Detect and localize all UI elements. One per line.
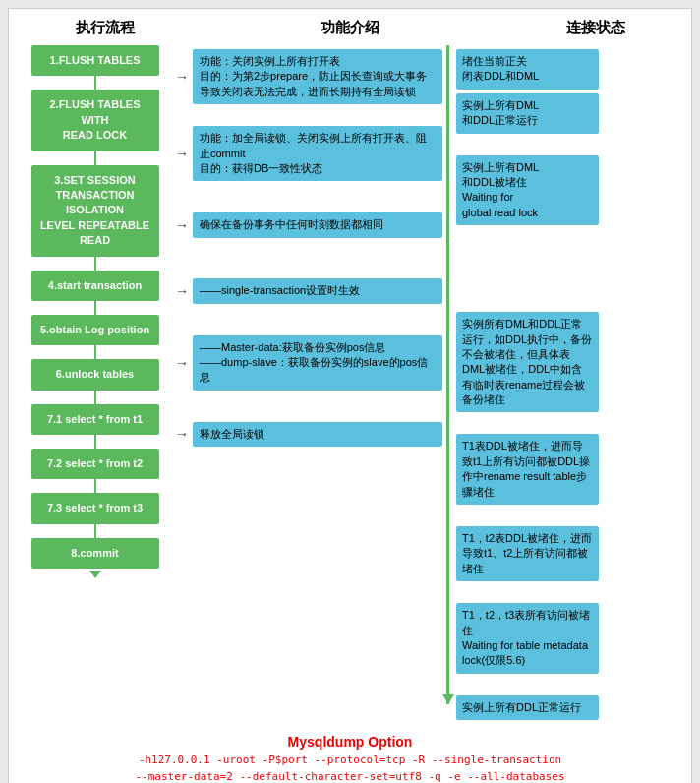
step-mid-step7_3 bbox=[171, 606, 446, 658]
right-box-step8: 实例上所有DDL正常运行 bbox=[456, 695, 599, 720]
right-box-step7_3: T1，t2，t3表所有访问被堵住 Waiting for table metad… bbox=[456, 603, 599, 674]
right-spacer-step7_2 bbox=[446, 585, 599, 599]
footer: Mysqldump Option -h127.0.0.1 -uroot -P$p… bbox=[19, 734, 681, 783]
right-box2-step1: 实例上所有DML 和DDL正常运行 bbox=[456, 93, 599, 134]
step-mid-step6: →释放全局读锁 bbox=[171, 408, 446, 460]
step-left-step7_2: 7.2 select * from t2 bbox=[31, 449, 159, 479]
vline-step4 bbox=[94, 301, 96, 315]
step-right-step3 bbox=[446, 243, 599, 251]
main-container: 执行流程 功能介绍 连接状态 1.FLUSH TABLES2.FLUSH TAB… bbox=[8, 8, 692, 783]
header-col1: 执行流程 bbox=[29, 19, 181, 37]
footer-cmd: -h127.0.0.1 -uroot -P$port --protocol=tc… bbox=[19, 753, 681, 783]
mid-spacer-step5 bbox=[171, 394, 446, 408]
header-col2: 功能介绍 bbox=[212, 19, 488, 37]
right-spacer-step7_3 bbox=[446, 678, 599, 692]
step-right-step7_2: T1，t2表DDL被堵住，进而导致t1、t2上所有访问都被堵住 bbox=[446, 522, 599, 585]
right-box-step2: 实例上所有DML 和DDL被堵住 Waiting for global read… bbox=[456, 155, 599, 226]
mid-spacer-step6 bbox=[171, 460, 446, 474]
flow-container: 1.FLUSH TABLES2.FLUSH TABLES WITH READ L… bbox=[19, 45, 681, 724]
step-right-step5 bbox=[446, 286, 599, 294]
step-mid-step4: →——single-transaction设置时生效 bbox=[171, 265, 446, 317]
step-right-step4 bbox=[446, 265, 599, 272]
mid-box-step5: ——Master-data:获取备份实例pos信息 ——dump-slave：获… bbox=[193, 335, 442, 391]
step-left-step5: 5.obtain Log position bbox=[31, 315, 159, 345]
footer-title: Mysqldump Option bbox=[19, 734, 681, 750]
right-spacer-step3 bbox=[446, 251, 599, 265]
step-right-step1: 堵住当前正关 闭表DDL和DML实例上所有DML 和DDL正常运行 bbox=[446, 45, 599, 138]
right-spacer-step6 bbox=[446, 416, 599, 430]
mid-spacer-step1 bbox=[171, 108, 446, 122]
step-left-step6: 6.unlock tables bbox=[31, 359, 159, 390]
step-left-step1: 1.FLUSH TABLES bbox=[31, 45, 159, 76]
step-mid-step3: →确保在备份事务中任何时刻数据都相同 bbox=[171, 199, 446, 251]
step-mid-step1: →功能：关闭实例上所有打开表 目的：为第2步prepare，防止因长查询或大事务… bbox=[171, 45, 446, 108]
vline-step3 bbox=[94, 257, 96, 271]
step-right-step6: 实例所有DML和DDL正常运行，如DDL执行中，备份不会被堵住，但具体表DML被… bbox=[446, 308, 599, 416]
step-left-step7_1: 7.1 select * from t1 bbox=[31, 404, 159, 435]
step-right-step2: 实例上所有DML 和DDL被堵住 Waiting for global read… bbox=[446, 151, 599, 230]
right-bottom-arrow bbox=[442, 694, 454, 704]
mid-spacer-step7_1 bbox=[171, 526, 446, 540]
arrow-icon-step1: → bbox=[175, 69, 189, 85]
right-box-step6: 实例所有DML和DDL正常运行，如DDL执行中，备份不会被堵住，但具体表DML被… bbox=[456, 312, 599, 412]
right-spacer-step5 bbox=[446, 294, 599, 308]
step-right-step7_1: T1表DDL被堵住，进而导致t1上所有访问都被DDL操作中rename resu… bbox=[446, 430, 599, 509]
arrow-icon-step4: → bbox=[175, 283, 189, 299]
mid-col: →功能：关闭实例上所有打开表 目的：为第2步prepare，防止因长查询或大事务… bbox=[171, 45, 446, 724]
step-right-step7_3: T1，t2，t3表所有访问被堵住 Waiting for table metad… bbox=[446, 599, 599, 678]
step-mid-step2: →功能：加全局读锁、关闭实例上所有打开表、阻 止commit 目的：获得DB一致… bbox=[171, 122, 446, 185]
arrow-icon-step3: → bbox=[175, 217, 189, 233]
right-spacer-step1 bbox=[446, 138, 599, 151]
arrow-icon-step6: → bbox=[175, 426, 189, 442]
left-col: 1.FLUSH TABLES2.FLUSH TABLES WITH READ L… bbox=[19, 45, 171, 724]
vline-step2 bbox=[94, 151, 96, 165]
vline-step7_2 bbox=[94, 479, 96, 493]
right-spacer-step4 bbox=[446, 272, 599, 286]
right-spacer-step2 bbox=[446, 229, 599, 243]
mid-spacer-step7_2 bbox=[171, 592, 446, 606]
step-right-step8: 实例上所有DDL正常运行 bbox=[446, 692, 599, 724]
step-mid-step7_2 bbox=[171, 540, 446, 592]
mid-spacer-step2 bbox=[171, 185, 446, 199]
right-box-step1: 堵住当前正关 闭表DDL和DML bbox=[456, 49, 599, 90]
vline-step1 bbox=[94, 76, 96, 90]
step-left-step2: 2.FLUSH TABLES WITH READ LOCK bbox=[31, 90, 159, 151]
right-box-step7_1: T1表DDL被堵住，进而导致t1上所有访问都被DDL操作中rename resu… bbox=[456, 434, 599, 505]
mid-box-step6: 释放全局读锁 bbox=[193, 422, 442, 447]
vline-step7_3 bbox=[94, 524, 96, 538]
arrow-icon-step5: → bbox=[175, 355, 189, 371]
vline-step7_1 bbox=[94, 435, 96, 449]
final-arrow bbox=[89, 571, 101, 578]
step-mid-step7_1 bbox=[171, 474, 446, 526]
step-left-step8: 8.commit bbox=[31, 538, 159, 569]
step-mid-step8 bbox=[171, 672, 446, 724]
step-left-step7_3: 7.3 select * from t3 bbox=[31, 493, 159, 523]
vline-step5 bbox=[94, 345, 96, 359]
right-box-step7_2: T1，t2表DDL被堵住，进而导致t1、t2上所有访问都被堵住 bbox=[456, 526, 599, 581]
mid-spacer-step7_3 bbox=[171, 658, 446, 672]
right-col: 堵住当前正关 闭表DDL和DML实例上所有DML 和DDL正常运行实例上所有DM… bbox=[446, 45, 599, 724]
step-mid-step5: →——Master-data:获取备份实例pos信息 ——dump-slave：… bbox=[171, 331, 446, 394]
mid-spacer-step3 bbox=[171, 251, 446, 265]
right-vline bbox=[446, 45, 449, 704]
step-left-step4: 4.start transaction bbox=[31, 271, 159, 301]
mid-box-step3: 确保在备份事务中任何时刻数据都相同 bbox=[193, 212, 442, 237]
mid-spacer-step4 bbox=[171, 318, 446, 331]
step-left-step3: 3.SET SESSION TRANSACTION ISOLATION LEVE… bbox=[31, 165, 159, 257]
arrow-icon-step2: → bbox=[175, 146, 189, 161]
header-col3: 连接状态 bbox=[519, 19, 671, 37]
vline-step6 bbox=[94, 391, 96, 404]
mid-box-step1: 功能：关闭实例上所有打开表 目的：为第2步prepare，防止因长查询或大事务 … bbox=[193, 49, 442, 104]
header-row: 执行流程 功能介绍 连接状态 bbox=[19, 19, 681, 37]
right-spacer-step7_1 bbox=[446, 509, 599, 522]
mid-box-step4: ——single-transaction设置时生效 bbox=[193, 278, 442, 303]
mid-box-step2: 功能：加全局读锁、关闭实例上所有打开表、阻 止commit 目的：获得DB一致性… bbox=[193, 126, 442, 181]
